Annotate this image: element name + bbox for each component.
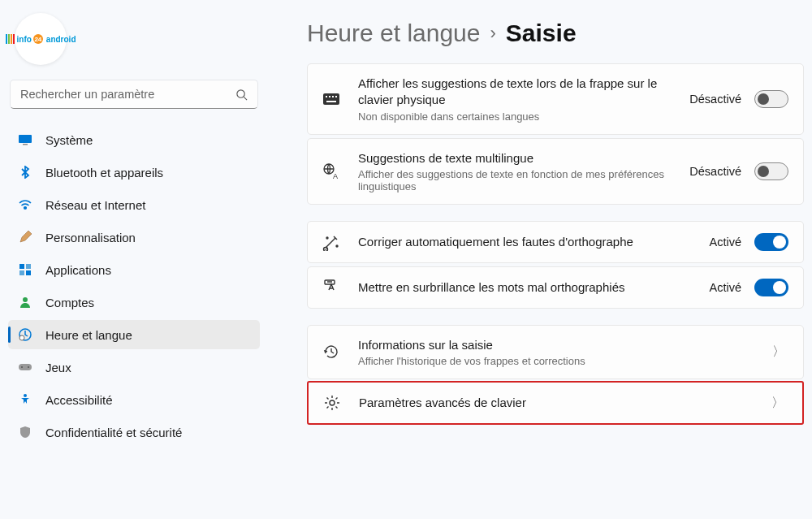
svg-rect-7 (19, 270, 24, 275)
breadcrumb-parent[interactable]: Heure et langue (307, 19, 481, 47)
setting-multilingual[interactable]: A Suggestions de texte multilingue Affic… (307, 138, 804, 205)
svg-point-4 (24, 207, 27, 210)
svg-rect-16 (323, 93, 339, 105)
nav-label: Confidentialité et sécurité (45, 426, 182, 439)
svg-rect-2 (19, 135, 32, 143)
sidebar-item-accounts[interactable]: Comptes (8, 288, 260, 317)
wand-icon (322, 233, 340, 251)
toggle-switch[interactable] (754, 162, 788, 180)
highlight-box: Paramètres avancés de clavier 〉 (307, 381, 804, 425)
chevron-right-icon: 〉 (769, 344, 788, 361)
apps-icon (18, 262, 32, 277)
svg-line-1 (244, 97, 247, 100)
svg-point-24 (326, 237, 328, 239)
nav-label: Jeux (45, 361, 71, 374)
wifi-icon (18, 197, 32, 212)
keyboard-icon (322, 90, 340, 108)
shield-icon (18, 425, 32, 439)
nav-label: Système (45, 133, 93, 147)
toggle-status: Activé (710, 236, 742, 249)
svg-rect-6 (26, 264, 31, 269)
nav-label: Personnalisation (45, 231, 136, 244)
nav-label: Accessibilité (45, 393, 113, 407)
globe-text-icon: A (322, 162, 340, 180)
card-title: Corriger automatiquement les fautes d'or… (358, 234, 692, 250)
toggle-status: Désactivé (689, 165, 741, 178)
toggle-status: Activé (710, 281, 742, 294)
chevron-right-icon: › (490, 23, 496, 44)
nav-list: Système Bluetooth et appareils Réseau et… (6, 125, 261, 450)
setting-text-suggestions[interactable]: Afficher les suggestions de texte lors d… (307, 63, 804, 135)
sidebar: info24android Système Bluetooth et appar… (0, 0, 268, 519)
setting-autocorrect[interactable]: Corriger automatiquement les fautes d'or… (307, 221, 804, 263)
main-content: Heure et langue › Saisie Afficher les su… (268, 0, 812, 519)
sidebar-item-apps[interactable]: Applications (8, 255, 260, 284)
person-icon (18, 295, 32, 309)
breadcrumb-current: Saisie (506, 19, 577, 47)
avatar: info24android (15, 13, 67, 65)
svg-point-0 (237, 89, 244, 97)
svg-point-15 (24, 394, 27, 397)
svg-rect-3 (23, 144, 28, 145)
sidebar-item-time-language[interactable]: Heure et langue (8, 320, 260, 349)
gear-icon (323, 394, 341, 412)
monitor-icon (18, 132, 32, 147)
svg-rect-20 (335, 96, 337, 97)
gamepad-icon (18, 360, 32, 374)
toggle-status: Désactivé (689, 93, 741, 106)
card-title: Paramètres avancés de clavier (359, 395, 750, 411)
card-title: Suggestions de texte multilingue (358, 150, 672, 167)
nav-label: Bluetooth et appareils (45, 166, 163, 179)
svg-rect-21 (326, 101, 336, 102)
brush-icon (18, 230, 32, 244)
svg-rect-8 (26, 270, 31, 275)
sidebar-item-network[interactable]: Réseau et Internet (8, 190, 260, 219)
nav-label: Réseau et Internet (45, 198, 145, 212)
svg-point-26 (324, 247, 328, 251)
account-header[interactable]: info24android (6, 10, 261, 80)
chevron-right-icon: 〉 (768, 395, 788, 412)
svg-rect-5 (19, 264, 24, 269)
svg-point-9 (23, 297, 28, 302)
card-subtitle: Afficher des suggestions de texte en fon… (358, 168, 672, 192)
sidebar-item-bluetooth[interactable]: Bluetooth et appareils (8, 158, 260, 187)
setting-advanced-keyboard[interactable]: Paramètres avancés de clavier 〉 (309, 383, 802, 423)
sidebar-item-personalization[interactable]: Personnalisation (8, 223, 260, 252)
search-input[interactable] (20, 88, 235, 101)
sidebar-item-accessibility[interactable]: Accessibilité (8, 385, 260, 414)
svg-point-11 (19, 335, 24, 340)
nav-label: Heure et langue (45, 328, 132, 342)
nav-label: Applications (45, 263, 111, 277)
card-subtitle: Afficher l'historique de vos frappes et … (358, 355, 751, 367)
svg-point-14 (28, 366, 29, 368)
card-title: Informations sur la saisie (358, 337, 751, 353)
svg-rect-19 (332, 96, 334, 97)
svg-text:A: A (333, 172, 338, 180)
search-icon (235, 89, 248, 101)
toggle-switch[interactable] (754, 90, 788, 108)
highlight-text-icon (322, 279, 340, 296)
svg-point-13 (21, 366, 23, 368)
sidebar-item-gaming[interactable]: Jeux (8, 352, 260, 382)
sidebar-item-system[interactable]: Système (8, 125, 260, 154)
svg-point-25 (336, 245, 338, 247)
svg-rect-17 (326, 96, 327, 97)
sidebar-item-privacy[interactable]: Confidentialité et sécurité (8, 417, 260, 447)
card-title: Afficher les suggestions de texte lors d… (358, 76, 672, 109)
accessibility-icon (18, 392, 32, 407)
toggle-switch[interactable] (754, 279, 788, 296)
toggle-switch[interactable] (754, 233, 788, 251)
setting-typing-insights[interactable]: Informations sur la saisie Afficher l'hi… (307, 325, 804, 379)
globe-clock-icon (18, 327, 32, 342)
nav-label: Comptes (45, 296, 94, 309)
svg-rect-18 (329, 96, 330, 97)
svg-point-28 (330, 400, 335, 405)
setting-highlight-misspelled[interactable]: Mettre en surbrillance les mots mal orth… (307, 266, 804, 309)
search-box[interactable] (10, 80, 258, 109)
card-title: Mettre en surbrillance les mots mal orth… (358, 279, 692, 296)
bluetooth-icon (18, 165, 32, 179)
history-icon (322, 343, 340, 361)
breadcrumb: Heure et langue › Saisie (307, 19, 804, 47)
svg-rect-12 (19, 364, 32, 370)
card-subtitle: Non disponible dans certaines langues (358, 110, 672, 123)
